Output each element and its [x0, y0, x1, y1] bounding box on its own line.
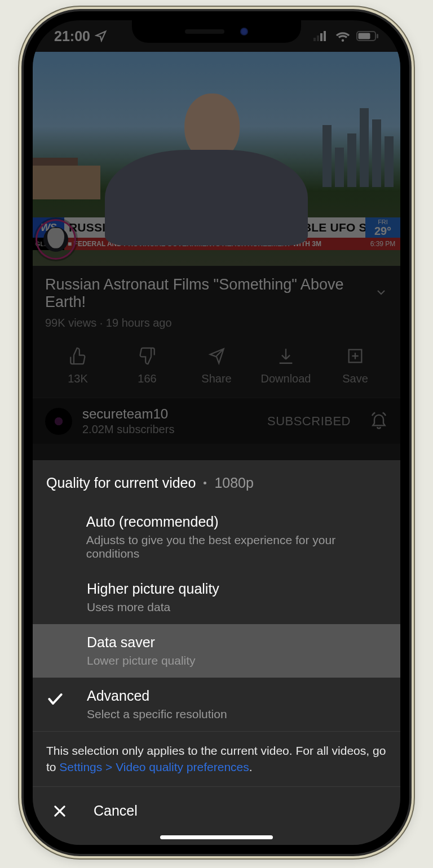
location-icon: [95, 30, 107, 42]
check-slot: [46, 581, 87, 583]
like-count: 13K: [68, 372, 88, 385]
quality-option-advanced[interactable]: Advanced Select a specific resolution: [33, 678, 400, 731]
like-button[interactable]: 13K: [50, 346, 106, 385]
channel-row[interactable]: secureteam10 2.02M subscribers SUBSCRIBE…: [33, 398, 400, 444]
download-icon: [276, 346, 295, 366]
check-slot: [46, 634, 87, 636]
video-title[interactable]: Russian Astronaut Films "Something" Abov…: [45, 276, 374, 311]
thumbs-down-icon: [138, 346, 157, 366]
svg-rect-1: [317, 35, 319, 41]
download-button[interactable]: Download: [258, 346, 314, 385]
save-label: Save: [342, 372, 368, 385]
upload-age: 19 hours ago: [106, 317, 172, 329]
sheet-title: Quality for current video: [46, 475, 196, 491]
svg-rect-6: [377, 34, 378, 38]
share-button[interactable]: Share: [188, 346, 245, 385]
wifi-icon: [335, 30, 351, 42]
screen: 21:00 WS RUSSIAN ASTRONAUT REPOR: [33, 20, 400, 845]
view-count: 99K views: [45, 317, 96, 329]
volume-up-button: [19, 212, 24, 268]
thumbs-up-icon: [68, 346, 87, 366]
phone-frame: 21:00 WS RUSSIAN ASTRONAUT REPOR: [24, 11, 409, 854]
cell-signal-icon: [313, 31, 329, 41]
download-label: Download: [261, 372, 311, 385]
quality-option-higher[interactable]: Higher picture quality Uses more data: [33, 571, 400, 624]
channel-watermark[interactable]: [37, 221, 74, 258]
subscriber-count: 2.02M subscribers: [82, 423, 174, 436]
skyline-graphic: [322, 108, 394, 187]
svg-rect-0: [313, 38, 316, 41]
option-name: Data saver: [87, 634, 196, 651]
option-desc: Uses more data: [87, 600, 219, 614]
channel-avatar[interactable]: [45, 408, 72, 435]
save-button[interactable]: Save: [327, 346, 383, 385]
building-graphic: [33, 166, 100, 199]
power-button: [409, 234, 414, 324]
expand-description-button[interactable]: [374, 286, 388, 301]
settings-link[interactable]: Settings > Video quality preferences: [59, 760, 249, 773]
news-chyron: WS RUSSIAN ASTRONAUT REPORTS POSSIBLE UF…: [33, 217, 400, 250]
weather-badge: FRI 29°: [365, 217, 400, 238]
dislike-button[interactable]: 166: [119, 346, 175, 385]
chyron-time: 6:39 PM: [365, 238, 400, 250]
channel-name[interactable]: secureteam10: [82, 406, 174, 422]
battery-icon: [356, 31, 379, 41]
option-desc: Lower picture quality: [87, 654, 196, 667]
notch: [132, 20, 301, 43]
svg-rect-2: [320, 33, 322, 41]
quality-sheet: Quality for current video 1080p Auto (re…: [33, 460, 400, 845]
chyron-headline: RUSSIAN ASTRONAUT REPORTS POSSIBLE UFO S…: [64, 217, 365, 238]
note-text-post: .: [249, 760, 253, 773]
share-label: Share: [201, 372, 231, 385]
option-desc: Adjusts to give you the best experience …: [86, 533, 387, 560]
svg-rect-3: [324, 31, 326, 41]
cancel-label: Cancel: [94, 803, 138, 819]
option-desc: Select a specific resolution: [87, 707, 227, 721]
share-icon: [207, 346, 226, 366]
svg-rect-5: [359, 33, 370, 39]
quality-option-auto[interactable]: Auto (recommended) Adjusts to give you t…: [33, 504, 400, 571]
action-bar: 13K 166 Share Download Save: [33, 336, 400, 398]
subscribe-status[interactable]: SUBSCRIBED: [267, 414, 351, 429]
save-icon: [346, 346, 365, 366]
video-player[interactable]: WS RUSSIAN ASTRONAUT REPORTS POSSIBLE UF…: [33, 52, 400, 266]
current-quality: 1080p: [214, 475, 254, 491]
close-icon: [52, 803, 68, 819]
checkmark-icon: [46, 690, 64, 708]
weather-temp: 29°: [374, 225, 391, 237]
quality-option-data-saver[interactable]: Data saver Lower picture quality: [33, 624, 400, 678]
home-indicator[interactable]: [160, 835, 273, 839]
video-meta: Russian Astronaut Films "Something" Abov…: [33, 266, 400, 336]
separator-dot: [204, 482, 206, 484]
check-slot: [46, 688, 87, 708]
news-ticker: ■ FEDERAL AND PROVINCIAL GOVERNMENTS REA…: [64, 238, 365, 250]
chevron-down-icon: [374, 286, 388, 299]
notification-bell-button[interactable]: [370, 411, 388, 431]
check-slot: [46, 514, 86, 516]
option-name: Advanced: [87, 688, 227, 704]
mute-switch: [19, 161, 24, 190]
volume-down-button: [19, 281, 24, 337]
front-camera: [240, 28, 248, 35]
sheet-header: Quality for current video 1080p: [33, 460, 400, 504]
sheet-note: This selection only applies to the curre…: [33, 731, 400, 786]
dislike-count: 166: [138, 372, 156, 385]
weather-day: FRI: [378, 219, 388, 225]
bell-icon: [370, 411, 388, 429]
option-name: Auto (recommended): [86, 514, 387, 530]
speaker-grille: [185, 29, 224, 34]
video-stats: 99K views · 19 hours ago: [45, 317, 388, 330]
option-name: Higher picture quality: [87, 581, 219, 597]
status-time: 21:00: [54, 28, 90, 44]
